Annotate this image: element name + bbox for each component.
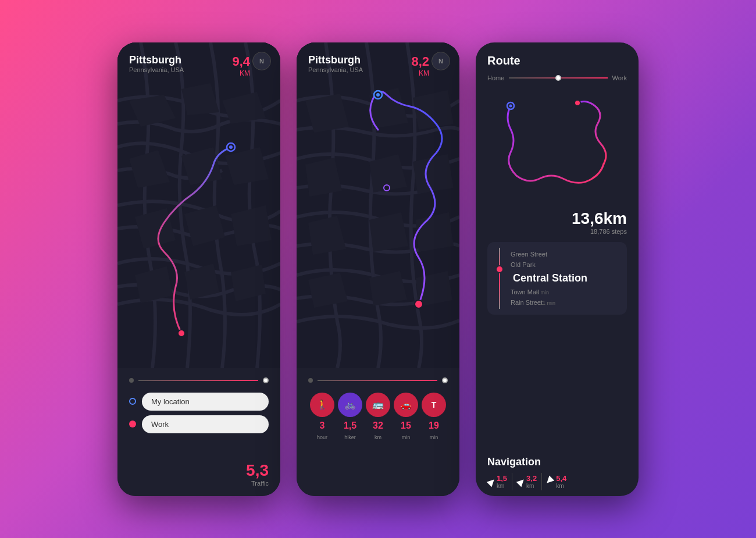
phones-container: Pittsburgh Pennsylvania, USA 9,4 KM N: [117, 42, 639, 496]
nav-arrow-3: ▶: [544, 475, 557, 488]
transit-value: 19: [429, 421, 439, 431]
phone-1: Pittsburgh Pennsylvania, USA 9,4 KM N: [117, 42, 280, 496]
phone1-slider[interactable]: [129, 377, 269, 383]
phone2-km-unit: KM: [411, 69, 429, 77]
route-slider[interactable]: Home Work: [487, 74, 627, 81]
bus-value: 32: [373, 421, 383, 431]
walk-value: 3: [320, 421, 325, 431]
transport-bus[interactable]: 🚌 32 km: [366, 393, 390, 440]
transport-bike[interactable]: 🚲 1,5 hiker: [338, 393, 362, 440]
bus-unit: km: [375, 434, 381, 440]
p2-slider-dot-right: [442, 377, 448, 383]
nav-km-label-2: km: [526, 483, 537, 489]
car-icon: 🚗: [394, 393, 418, 417]
car-value: 15: [401, 421, 411, 431]
svg-point-13: [178, 330, 185, 337]
slider-line: [138, 380, 258, 381]
stop-old-park: Old Park: [497, 259, 618, 270]
phone2-slider[interactable]: [308, 377, 448, 383]
phone2-city-header: Pittsburgh Pennsylvania, USA: [308, 54, 363, 73]
bus-icon: 🚌: [366, 393, 390, 417]
slider-dot-right: [263, 377, 269, 383]
slider-home-label: Home: [487, 74, 504, 81]
location-inputs: My location Work: [129, 393, 269, 459]
active-stop-dot: [495, 265, 504, 273]
nav-km-label-3: km: [556, 483, 566, 489]
phone3-content: Route Home Work: [476, 42, 639, 496]
transport-walk[interactable]: 🚶 3 hour: [310, 393, 334, 440]
slider-work-label: Work: [612, 74, 627, 81]
phone2-map[interactable]: Pittsburgh Pennsylvania, USA 8,2 KM N: [297, 42, 459, 368]
p2-slider-line: [318, 380, 437, 381]
p2-slider-dot-left: [308, 378, 313, 383]
transport-transit[interactable]: T 19 min: [422, 393, 446, 440]
bike-icon: 🚲: [338, 393, 362, 417]
my-location-input[interactable]: My location: [142, 393, 269, 411]
nav-arrow-2: ▶: [514, 475, 527, 488]
car-unit: min: [402, 434, 411, 440]
to-location-row: Work: [129, 415, 269, 433]
nav-item-2: ▶ 3,2 km: [517, 474, 537, 489]
phone-3: Route Home Work: [476, 42, 639, 496]
phone1-city-header: Pittsburgh Pennsylvania, USA: [129, 54, 184, 73]
phone1-km-unit: KM: [232, 69, 250, 77]
svg-point-29: [415, 300, 423, 308]
walk-icon: 🚶: [310, 393, 334, 417]
stop-timeline: [499, 248, 500, 309]
transport-modes: 🚶 3 hour 🚲 1,5 hiker 🚌 32 km 🚗 15: [308, 393, 448, 440]
nav-sep-2: [541, 473, 542, 490]
distance-info: 13,6km 18,786 steps: [487, 209, 627, 235]
nav-items: ▶ 1,5 km ▶ 3,2 km: [487, 473, 627, 490]
distance-value: 13,6km: [487, 209, 627, 228]
to-dot: [129, 421, 136, 427]
stop-central-station[interactable]: Central Station: [497, 270, 618, 287]
route-title: Route: [487, 54, 627, 67]
work-location-input[interactable]: Work: [142, 415, 269, 433]
phone2-north-compass: N: [432, 52, 450, 70]
distance-steps: 18,786 steps: [487, 228, 627, 235]
transport-car[interactable]: 🚗 15 min: [394, 393, 418, 440]
nav-item-3: ▶ 5,4 km: [547, 474, 566, 489]
traffic-value: 5,3: [129, 461, 269, 480]
phone2-distance: 8,2 KM: [411, 54, 429, 77]
phone-2: Pittsburgh Pennsylvania, USA 8,2 KM N: [297, 42, 459, 496]
nav-km-1: 1,5: [497, 474, 507, 483]
from-location-row: My location: [129, 393, 269, 411]
phone2-city-name: Pittsburgh: [308, 54, 363, 66]
navigation-section: Navigation ▶ 1,5 km ▶ 3,2 km: [487, 456, 627, 490]
svg-point-34: [575, 100, 580, 106]
slider-dot-left: [129, 378, 134, 383]
nav-km-3: 5,4: [556, 474, 566, 483]
route-slider-track: [509, 77, 607, 79]
nav-item-1: ▶ 1,5 km: [487, 474, 507, 489]
navigation-title: Navigation: [487, 456, 627, 468]
phone2-region: Pennsylvania, USA: [308, 66, 363, 73]
from-dot: [129, 398, 136, 405]
route-slider-thumb: [555, 75, 561, 81]
stop-green-street: Green Street: [497, 249, 618, 259]
svg-point-31: [376, 93, 380, 97]
stops-panel: Green Street Old Park Central Station To…: [487, 242, 627, 315]
bike-value: 1,5: [344, 421, 356, 431]
nav-sep-1: [512, 473, 512, 490]
phone1-distance: 9,4 KM: [232, 54, 250, 77]
walk-unit: hour: [317, 434, 327, 440]
svg-point-32: [384, 185, 390, 191]
svg-point-36: [509, 104, 512, 107]
phone2-bottom-panel: 🚶 3 hour 🚲 1,5 hiker 🚌 32 km 🚗 15: [297, 368, 459, 496]
bike-unit: hiker: [344, 434, 356, 440]
north-compass: N: [252, 52, 271, 70]
phone1-region: Pennsylvania, USA: [129, 66, 184, 73]
traffic-label: Traffic: [129, 480, 269, 487]
phone1-city-name: Pittsburgh: [129, 54, 184, 66]
phone1-km-value: 9,4: [232, 54, 250, 69]
nav-km-label-1: km: [497, 483, 507, 489]
phone3-route-map: [487, 88, 627, 205]
phone1-bottom-panel: My location Work 5,3 Traffic: [117, 368, 280, 496]
svg-point-15: [229, 145, 233, 149]
stop-town-mall: Town Mall 6 min: [497, 287, 618, 297]
phone1-map[interactable]: Pittsburgh Pennsylvania, USA 9,4 KM N: [117, 42, 280, 368]
phone2-km-value: 8,2: [411, 54, 429, 69]
nav-km-2: 3,2: [526, 474, 537, 483]
traffic-info: 5,3 Traffic: [129, 461, 269, 487]
